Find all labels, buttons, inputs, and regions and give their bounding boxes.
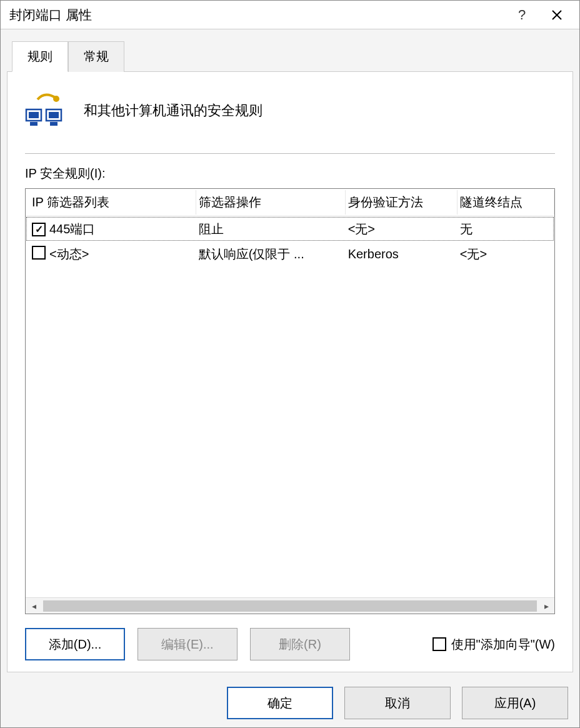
cell-filter-list: <动态> — [47, 243, 196, 265]
tabpanel-rules: 和其他计算机通讯的安全规则 IP 安全规则(I): IP 筛选器列表 筛选器操作… — [7, 71, 573, 672]
add-button[interactable]: 添加(D)... — [25, 628, 125, 660]
cell-auth-method: Kerberos — [346, 245, 458, 264]
list-header: IP 筛选器列表 筛选器操作 身份验证方法 隧道终结点 — [26, 189, 554, 216]
cell-filter-action: 阻止 — [196, 218, 346, 240]
scroll-track[interactable] — [43, 600, 537, 612]
cell-tunnel-endpoint: 无 — [458, 218, 554, 240]
close-button[interactable] — [539, 1, 574, 29]
cancel-button[interactable]: 取消 — [344, 687, 451, 719]
tabstrip: 规则 常规 — [12, 41, 573, 71]
row-checkbox[interactable] — [32, 246, 46, 260]
cell-tunnel-endpoint: <无> — [458, 243, 554, 265]
col-tunnel-endpoint[interactable]: 隧道终结点 — [458, 190, 554, 215]
help-button[interactable]: ? — [504, 1, 539, 29]
row-checkbox[interactable] — [32, 223, 46, 236]
list-row[interactable]: <动态> 默认响应(仅限于 ... Kerberos <无> — [26, 241, 554, 266]
ok-button[interactable]: 确定 — [227, 687, 333, 719]
use-wizard-label: 使用"添加向导"(W) — [451, 636, 555, 653]
checkbox-icon — [432, 637, 446, 651]
list-row[interactable]: 445端口 阻止 <无> 无 — [26, 216, 554, 241]
delete-button: 删除(R) — [250, 628, 350, 660]
edit-button: 编辑(E)... — [138, 628, 238, 660]
header-row: 和其他计算机通讯的安全规则 — [25, 93, 555, 128]
use-wizard-checkbox[interactable]: 使用"添加向导"(W) — [432, 636, 555, 653]
dialog-footer: 确定 取消 应用(A) — [1, 679, 579, 727]
svg-rect-5 — [50, 122, 58, 126]
tab-rules[interactable]: 规则 — [12, 41, 68, 72]
tab-general[interactable]: 常规 — [68, 41, 124, 72]
svg-point-6 — [53, 96, 59, 102]
scroll-right-icon[interactable]: ▸ — [538, 601, 554, 611]
svg-rect-1 — [29, 112, 39, 118]
cell-filter-action: 默认响应(仅限于 ... — [196, 243, 346, 265]
security-rules-icon — [25, 93, 64, 128]
action-buttons-row: 添加(D)... 编辑(E)... 删除(R) 使用"添加向导"(W) — [25, 628, 555, 660]
window-title: 封闭端口 属性 — [9, 6, 504, 24]
section-label: IP 安全规则(I): — [25, 165, 555, 182]
col-filter-list[interactable]: IP 筛选器列表 — [26, 190, 196, 215]
cell-auth-method: <无> — [346, 218, 458, 240]
titlebar: 封闭端口 属性 ? — [1, 1, 579, 29]
divider — [25, 153, 555, 154]
close-icon — [551, 9, 562, 21]
list-body: 445端口 阻止 <无> 无 <动态> 默认响应(仅限于 ... Kerbero… — [26, 216, 554, 597]
col-auth-method[interactable]: 身份验证方法 — [346, 190, 458, 215]
svg-rect-4 — [49, 112, 59, 118]
scroll-left-icon[interactable]: ◂ — [26, 601, 42, 611]
content-area: 规则 常规 和其他计算机通讯的安全规则 — [1, 29, 579, 679]
rules-listbox[interactable]: IP 筛选器列表 筛选器操作 身份验证方法 隧道终结点 445端口 阻止 <无>… — [25, 188, 555, 614]
cell-filter-list: 445端口 — [47, 218, 196, 240]
svg-rect-2 — [30, 122, 38, 126]
horizontal-scrollbar[interactable]: ◂ ▸ — [26, 597, 554, 614]
col-filter-action[interactable]: 筛选器操作 — [196, 190, 346, 215]
dialog-window: 封闭端口 属性 ? 规则 常规 — [0, 0, 580, 728]
apply-button[interactable]: 应用(A) — [462, 687, 568, 719]
header-description: 和其他计算机通讯的安全规则 — [84, 101, 262, 120]
